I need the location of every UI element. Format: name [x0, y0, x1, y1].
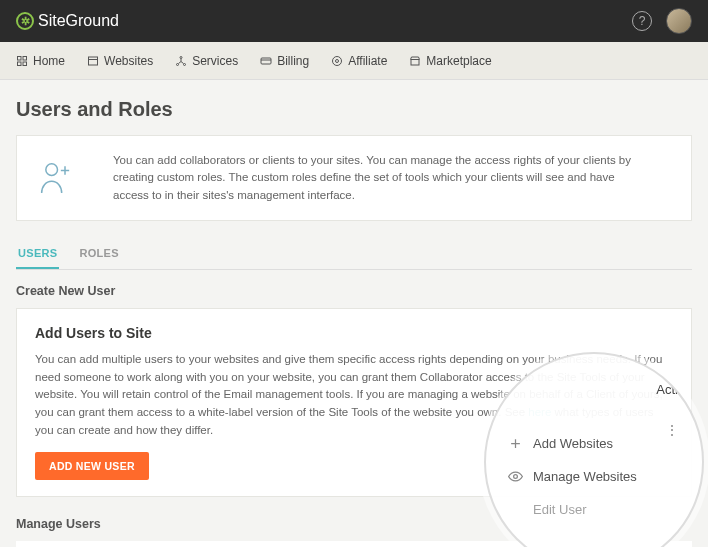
nav-services[interactable]: Services [175, 54, 238, 68]
svg-rect-2 [18, 62, 22, 66]
nav-home[interactable]: Home [16, 54, 65, 68]
subtab-logs[interactable]: LOGS [90, 541, 129, 547]
tab-roles[interactable]: ROLES [77, 239, 120, 269]
intro-card: You can add collaborators or clients to … [16, 135, 692, 221]
add-users-title: Add Users to Site [35, 325, 673, 341]
card-icon [260, 55, 272, 67]
svg-point-8 [184, 63, 186, 65]
intro-text: You can add collaborators or clients to … [113, 152, 653, 204]
svg-rect-3 [23, 62, 27, 66]
svg-rect-9 [261, 58, 271, 64]
add-new-user-button[interactable]: ADD NEW USER [35, 452, 149, 480]
link-icon [331, 55, 343, 67]
svg-rect-0 [18, 56, 22, 60]
svg-rect-13 [411, 59, 419, 65]
nav-affiliate[interactable]: Affiliate [331, 54, 387, 68]
nav-websites[interactable]: Websites [87, 54, 153, 68]
svg-point-14 [46, 164, 58, 176]
network-icon [175, 55, 187, 67]
subtab-users[interactable]: USERS [26, 541, 72, 547]
nav-websites-label: Websites [104, 54, 153, 68]
topbar: ✲ SiteGround ? [0, 0, 708, 42]
user-plus-icon [35, 158, 75, 198]
svg-rect-4 [89, 57, 98, 65]
section-manage-label: Manage Users [16, 517, 692, 531]
svg-rect-1 [23, 56, 27, 60]
page-title: Users and Roles [16, 98, 692, 121]
nav-marketplace[interactable]: Marketplace [409, 54, 491, 68]
nav-billing[interactable]: Billing [260, 54, 309, 68]
add-users-body: You can add multiple users to your websi… [35, 351, 673, 440]
nav-home-label: Home [33, 54, 65, 68]
window-icon [87, 55, 99, 67]
nav-marketplace-label: Marketplace [426, 54, 491, 68]
main-nav: Home Websites Services Billing Affiliate… [0, 42, 708, 80]
nav-services-label: Services [192, 54, 238, 68]
nav-affiliate-label: Affiliate [348, 54, 387, 68]
tab-users[interactable]: USERS [16, 239, 59, 269]
add-users-link[interactable]: here [528, 406, 551, 418]
svg-point-11 [333, 56, 342, 65]
store-icon [409, 55, 421, 67]
avatar[interactable] [666, 8, 692, 34]
primary-tabs: USERS ROLES [16, 239, 692, 270]
svg-point-6 [180, 56, 182, 58]
brand-name: SiteGround [38, 12, 119, 30]
nav-billing-label: Billing [277, 54, 309, 68]
svg-point-7 [177, 63, 179, 65]
svg-point-12 [336, 59, 339, 62]
section-create-label: Create New User [16, 284, 692, 298]
manage-subtabs: USERS LOGS [16, 541, 692, 547]
brand-mark-icon: ✲ [16, 12, 34, 30]
grid-icon [16, 55, 28, 67]
add-users-card: Add Users to Site You can add multiple u… [16, 308, 692, 497]
help-icon[interactable]: ? [632, 11, 652, 31]
brand-logo[interactable]: ✲ SiteGround [16, 12, 119, 30]
